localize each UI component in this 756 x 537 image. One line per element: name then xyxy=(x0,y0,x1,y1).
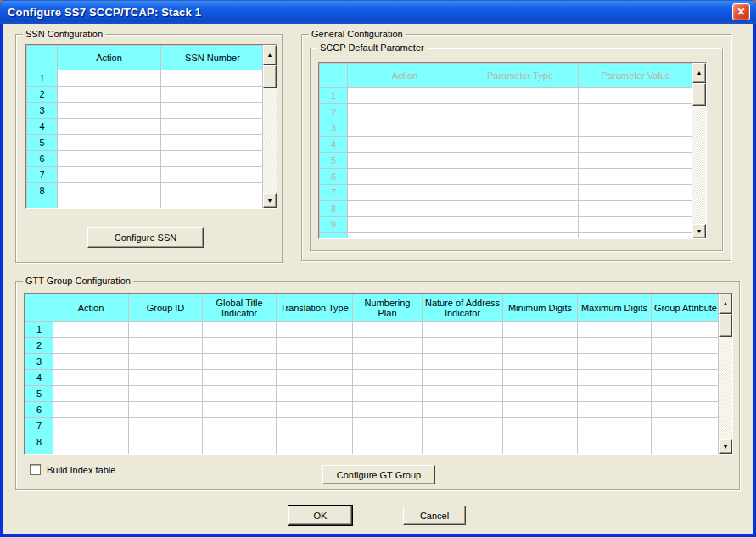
scroll-down-icon[interactable]: ▼ xyxy=(719,439,732,454)
grid-cell[interactable] xyxy=(423,386,503,402)
grid-cell[interactable] xyxy=(58,119,161,135)
gtt-table-scrollbar[interactable]: ▲ ▼ xyxy=(718,294,732,454)
grid-cell[interactable] xyxy=(203,322,277,338)
grid-cell[interactable] xyxy=(58,103,161,119)
grid-cell[interactable] xyxy=(578,418,652,434)
grid-cell[interactable] xyxy=(423,450,503,456)
grid-cell[interactable] xyxy=(503,434,578,450)
grid-cell[interactable] xyxy=(129,434,203,450)
grid-cell[interactable] xyxy=(353,434,423,450)
grid-cell[interactable] xyxy=(652,434,720,450)
gtt-group-table[interactable]: ActionGroup IDGlobal Title IndicatorTran… xyxy=(24,293,733,455)
grid-cell[interactable] xyxy=(277,370,353,386)
grid-cell[interactable] xyxy=(161,167,265,183)
grid-cell[interactable] xyxy=(203,434,277,450)
grid-cell[interactable] xyxy=(58,167,161,183)
grid-cell[interactable] xyxy=(277,354,353,370)
row-header[interactable]: 8 xyxy=(25,434,53,450)
grid-cell[interactable] xyxy=(58,135,161,151)
grid-cell[interactable] xyxy=(129,370,203,386)
row-header[interactable]: 3 xyxy=(27,103,58,119)
grid-cell[interactable] xyxy=(58,183,161,199)
grid-cell[interactable] xyxy=(353,450,423,456)
grid-cell[interactable] xyxy=(423,418,503,434)
grid-cell[interactable] xyxy=(53,338,129,354)
row-header[interactable]: 5 xyxy=(25,386,53,402)
cancel-button[interactable]: Cancel xyxy=(403,506,466,525)
row-header[interactable]: 1 xyxy=(25,322,53,338)
grid-cell[interactable] xyxy=(353,338,423,354)
grid-cell[interactable] xyxy=(503,354,578,370)
row-header[interactable]: 6 xyxy=(25,402,53,418)
grid-cell[interactable] xyxy=(203,402,277,418)
grid-cell[interactable] xyxy=(277,418,353,434)
grid-cell[interactable] xyxy=(578,450,652,456)
grid-cell[interactable] xyxy=(277,338,353,354)
grid-cell[interactable] xyxy=(353,370,423,386)
grid-cell[interactable] xyxy=(161,151,265,167)
grid-cell[interactable] xyxy=(203,450,277,456)
grid-cell[interactable] xyxy=(503,402,578,418)
grid-cell[interactable] xyxy=(578,322,652,338)
row-header[interactable]: 2 xyxy=(25,338,53,354)
grid-cell[interactable] xyxy=(58,70,161,87)
grid-cell[interactable] xyxy=(652,338,720,354)
grid-cell[interactable] xyxy=(503,338,578,354)
build-index-table-checkbox[interactable] xyxy=(30,464,41,475)
row-header[interactable]: 4 xyxy=(27,119,58,135)
grid-cell[interactable] xyxy=(129,338,203,354)
grid-cell[interactable] xyxy=(161,199,265,210)
title-bar[interactable]: Configure SS7 SCCP/TCAP: Stack 1 ✕ xyxy=(0,0,756,24)
scroll-up-icon[interactable]: ▲ xyxy=(263,45,277,65)
grid-cell[interactable] xyxy=(277,434,353,450)
grid-cell[interactable] xyxy=(652,322,720,338)
scroll-up-icon[interactable]: ▲ xyxy=(692,63,706,83)
grid-cell[interactable] xyxy=(503,370,578,386)
configure-gt-group-button[interactable]: Configure GT Group xyxy=(322,465,435,484)
grid-cell[interactable] xyxy=(161,103,265,119)
grid-cell[interactable] xyxy=(423,338,503,354)
row-header[interactable]: 4 xyxy=(25,370,53,386)
grid-cell[interactable] xyxy=(53,450,129,456)
scrollbar-thumb[interactable] xyxy=(263,65,277,88)
grid-cell[interactable] xyxy=(58,199,161,210)
grid-cell[interactable] xyxy=(53,322,129,338)
grid-cell[interactable] xyxy=(652,450,720,456)
grid-cell[interactable] xyxy=(53,402,129,418)
grid-cell[interactable] xyxy=(129,386,203,402)
grid-cell[interactable] xyxy=(161,183,265,199)
grid-cell[interactable] xyxy=(423,322,503,338)
grid-cell[interactable] xyxy=(129,450,203,456)
grid-cell[interactable] xyxy=(129,354,203,370)
grid-cell[interactable] xyxy=(503,418,578,434)
build-index-table-checkrow[interactable]: Build Index table xyxy=(30,464,115,475)
grid-cell[interactable] xyxy=(652,354,720,370)
grid-cell[interactable] xyxy=(161,135,265,151)
grid-cell[interactable] xyxy=(129,418,203,434)
grid-cell[interactable] xyxy=(203,386,277,402)
grid-cell[interactable] xyxy=(578,386,652,402)
grid-cell[interactable] xyxy=(353,402,423,418)
grid-cell[interactable] xyxy=(58,151,161,167)
row-header[interactable]: 2 xyxy=(27,87,58,103)
ok-button[interactable]: OK xyxy=(288,506,352,525)
grid-cell[interactable] xyxy=(578,338,652,354)
grid-cell[interactable] xyxy=(423,434,503,450)
grid-cell[interactable] xyxy=(53,370,129,386)
grid-cell[interactable] xyxy=(503,386,578,402)
close-button[interactable]: ✕ xyxy=(732,3,750,20)
grid-cell[interactable] xyxy=(58,87,161,103)
scrollbar-thumb[interactable] xyxy=(692,83,706,106)
grid-cell[interactable] xyxy=(503,450,578,456)
grid-cell[interactable] xyxy=(652,386,720,402)
grid-cell[interactable] xyxy=(503,322,578,338)
grid-cell[interactable] xyxy=(161,87,265,103)
grid-cell[interactable] xyxy=(53,418,129,434)
grid-cell[interactable] xyxy=(353,322,423,338)
scroll-down-icon[interactable]: ▼ xyxy=(692,224,706,238)
grid-cell[interactable] xyxy=(652,418,720,434)
grid-cell[interactable] xyxy=(353,418,423,434)
row-header[interactable]: 7 xyxy=(27,167,58,183)
grid-cell[interactable] xyxy=(203,338,277,354)
grid-cell[interactable] xyxy=(353,386,423,402)
